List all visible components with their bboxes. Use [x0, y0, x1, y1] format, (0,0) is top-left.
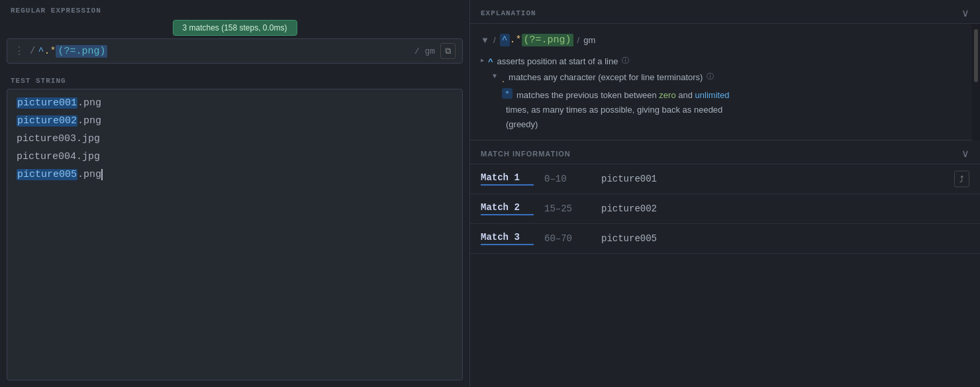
regex-open-slash: /: [30, 46, 35, 56]
exp-caret-help-icon[interactable]: ⓘ: [622, 54, 629, 67]
match-2-label: Match 2: [481, 202, 534, 215]
match-1-range: 0–10: [544, 174, 591, 184]
explanation-header: EXPLANATION ∨: [470, 0, 980, 24]
match-2-range: 15–25: [544, 203, 591, 214]
exp-caret-symbol: ^: [488, 54, 493, 69]
exp-dot-display: .: [510, 34, 516, 46]
test-line-1: picture001.png: [17, 97, 453, 109]
exp-caret-text: asserts position at start of a line: [497, 54, 618, 69]
exp-dot-help-icon[interactable]: ⓘ: [707, 70, 714, 83]
exp-star-text: matches the previous token between zero …: [516, 88, 730, 103]
test-line-4: picture004.jpg: [17, 151, 453, 162]
test-string-area[interactable]: picture001.png picture002.png picture003…: [7, 89, 463, 380]
exp-star-display: *: [516, 34, 522, 46]
exp-lookahead-token: (?=.png): [522, 34, 573, 46]
exp-flags: gm: [583, 33, 595, 48]
exp-caret-token: ^: [500, 34, 510, 46]
exp-regex-display: ^.*(?=.png): [500, 32, 573, 49]
match-1-label: Match 1: [481, 172, 534, 186]
exp-dot-symbol: .: [502, 70, 505, 87]
explanation-body: ▼ / ^.*(?=.png) / gm ▸ ^ asserts positio…: [470, 24, 972, 140]
match-info-section: MATCH INFORMATION ∨ Match 1 0–10 picture…: [470, 140, 980, 387]
match-2-value: picture002: [601, 203, 657, 214]
exp-star-symbol: *: [502, 88, 513, 99]
matches-badge: 3 matches (158 steps, 0.0ms): [172, 20, 297, 36]
explanation-scrollbar[interactable]: [972, 24, 980, 140]
copy-regex-button[interactable]: ⧉: [440, 43, 456, 59]
match-info-title: MATCH INFORMATION: [481, 150, 571, 158]
exp-row-caret: ▸ ^ asserts position at start of a line …: [481, 54, 961, 69]
explanation-tree: ▸ ^ asserts position at start of a line …: [481, 54, 961, 133]
explanation-collapse-button[interactable]: ∨: [961, 7, 969, 19]
match-3-value: picture005: [601, 233, 657, 244]
exp-greedy-text: times, as many times as possible, giving…: [481, 103, 961, 132]
test-line-2: picture002.png: [17, 115, 453, 127]
exp-caret-toggle: ▸: [481, 54, 484, 66]
right-panel: EXPLANATION ∨ ▼ / ^.*(?=.png) / gm ▸ ^ a…: [470, 0, 980, 387]
explanation-title: EXPLANATION: [481, 9, 536, 17]
exp-toggle-icon[interactable]: ▼: [481, 33, 489, 48]
regex-pattern: ^.*(?=.png): [38, 46, 409, 57]
test-line-3: picture003.jpg: [17, 133, 453, 144]
regex-section-label: REGULAR EXPRESSION: [0, 0, 469, 19]
exp-slash: /: [493, 33, 496, 48]
regex-lookahead: (?=.png): [56, 45, 107, 58]
match-3-range: 60–70: [544, 233, 591, 244]
explanation-regex-line: ▼ / ^.*(?=.png) / gm: [481, 32, 961, 49]
exp-zero-word: zero: [659, 90, 675, 100]
regex-bar: ⋮ / ^.*(?=.png) / gm ⧉: [7, 38, 463, 64]
match-row-1: Match 1 0–10 picture001 ⤴: [470, 164, 980, 194]
exp-close-slash: /: [577, 33, 580, 48]
test-line-5: picture005.png: [17, 169, 453, 180]
match-row-2: Match 2 15–25 picture002: [470, 194, 980, 224]
match-row-3: Match 3 60–70 picture005: [470, 224, 980, 254]
regex-flags: / gm: [415, 46, 435, 56]
drag-handle-icon[interactable]: ⋮: [14, 44, 24, 58]
exp-row-star: * matches the previous token between zer…: [481, 88, 961, 103]
left-panel: REGULAR EXPRESSION 3 matches (158 steps,…: [0, 0, 470, 387]
exp-dot-text: matches any character (except for line t…: [509, 70, 703, 85]
match-highlight-2: picture002: [17, 115, 77, 127]
exp-row-dot: ▼ . matches any character (except for li…: [481, 70, 961, 87]
match-3-label: Match 3: [481, 232, 534, 245]
test-string-label: TEST STRING: [0, 70, 469, 89]
match-highlight-5: picture005: [17, 169, 77, 180]
exp-dot-toggle: ▼: [491, 70, 498, 82]
exp-unlimited-word: unlimited: [695, 90, 730, 100]
scrollbar-thumb: [974, 29, 978, 82]
match-highlight-1: picture001: [17, 97, 77, 109]
match-info-collapse-button[interactable]: ∨: [961, 147, 969, 160]
match-info-header: MATCH INFORMATION ∨: [470, 140, 980, 164]
match-1-share-button[interactable]: ⤴: [954, 171, 969, 188]
match-1-value: picture001: [601, 174, 657, 184]
